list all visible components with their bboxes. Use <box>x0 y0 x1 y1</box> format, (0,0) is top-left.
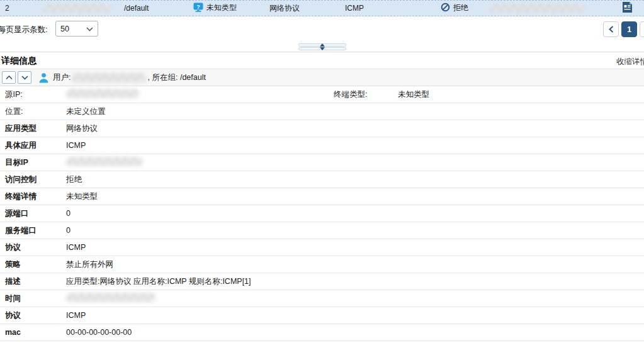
detail-row-policy: 策略 禁止所有外网 <box>0 256 644 273</box>
list-controls-bar: 每页显示条数: 50 1 <box>0 16 644 42</box>
detail-table: 源IP: 终端类型: 未知类型 位置: 未定义位置 应用类型 网络协议 具体应用… <box>0 86 644 341</box>
detail-row-access-control: 访问控制 拒绝 <box>0 171 644 188</box>
detail-value: 未知类型 <box>398 89 429 100</box>
panel-splitter <box>0 42 644 52</box>
svg-text:?: ? <box>196 4 200 10</box>
detail-value: 0 <box>66 226 71 235</box>
detail-value <box>66 157 143 168</box>
terminal-type-text: 未知类型 <box>206 3 237 12</box>
row-app-name: ICMP <box>345 4 364 13</box>
detail-value: ICMP <box>66 243 86 252</box>
next-record-button[interactable] <box>18 71 31 84</box>
detail-value: 0 <box>66 209 71 218</box>
row-action: 拒绝 <box>441 3 468 14</box>
detail-row-time: 时间 <box>0 290 644 307</box>
detail-row-location: 位置: 未定义位置 <box>0 103 644 120</box>
collapse-details-link[interactable]: 收缩详情 <box>616 57 644 67</box>
detail-value: 拒绝 <box>66 174 82 185</box>
group-value: /default <box>180 73 206 82</box>
detail-row-app-category: 应用类型 网络协议 <box>0 120 644 137</box>
detail-label: 终端详情 <box>5 191 37 202</box>
detail-label: 具体应用 <box>5 140 37 151</box>
group-label: 所在组: <box>152 72 178 83</box>
detail-value: 禁止所有外网 <box>66 259 113 270</box>
user-icon <box>38 72 49 83</box>
detail-value: 00-00-00-00-00-00 <box>66 328 132 337</box>
detail-row-source-port: 源端口 0 <box>0 205 644 222</box>
deny-icon <box>441 3 450 14</box>
row-group-path: /default <box>124 4 149 13</box>
detail-label: 源端口 <box>5 208 29 219</box>
detail-label: 应用类型 <box>5 123 37 134</box>
redacted-user-name <box>72 73 146 82</box>
detail-label: 访问控制 <box>5 174 37 185</box>
detail-section-header: 详细信息 收缩详情 <box>0 52 644 69</box>
row-terminal-type: ?未知类型 <box>193 3 237 14</box>
redacted-username <box>43 4 112 13</box>
redacted-target-ip <box>66 157 143 166</box>
detail-row-terminal-detail: 终端详情 未知类型 <box>0 188 644 205</box>
detail-label: 协议 <box>5 310 21 321</box>
detail-row-target-ip: 目标IP <box>0 154 644 171</box>
detail-row-mac: mac 00-00-00-00-00-00 <box>0 324 644 341</box>
detail-label: 源IP: <box>5 89 23 100</box>
prev-page-button[interactable] <box>603 21 619 37</box>
log-detail-page: 2 /default ?未知类型 网络协议 ICMP 拒绝 每页显示条数: 50… <box>0 0 644 350</box>
detail-value: ICMP <box>66 311 86 320</box>
detail-label: 策略 <box>5 259 21 270</box>
detail-row-app-name: 具体应用 ICMP <box>0 137 644 154</box>
redacted-timestamp <box>490 4 585 13</box>
pagination: 1 <box>603 21 644 37</box>
detail-label: mac <box>5 328 21 337</box>
log-table-selected-row[interactable]: 2 /default ?未知类型 网络协议 ICMP 拒绝 <box>0 0 644 16</box>
next-page-button[interactable] <box>640 21 644 37</box>
detail-row-service-port: 服务端口 0 <box>0 222 644 239</box>
detail-label: 终端类型: <box>334 89 367 100</box>
user-label: 用户: <box>53 72 71 83</box>
splitter-arrows-icon <box>320 43 325 50</box>
per-page-select[interactable]: 50 <box>55 21 98 37</box>
current-page-button[interactable]: 1 <box>621 21 637 37</box>
monitor-question-icon: ? <box>193 3 203 14</box>
detail-row-protocol2: 协议 ICMP <box>0 307 644 324</box>
detail-value: 未知类型 <box>66 191 98 202</box>
detail-row-description: 描述 应用类型:网络协议 应用名称:ICMP 规则名称:ICMP[1] <box>0 273 644 290</box>
detail-label: 时间 <box>5 293 21 304</box>
prev-record-button[interactable] <box>2 71 16 84</box>
detail-value: 网络协议 <box>66 123 98 134</box>
detail-row-source-ip: 源IP: 终端类型: 未知类型 <box>0 86 644 103</box>
detail-label: 描述 <box>5 276 21 287</box>
detail-value <box>66 293 155 304</box>
per-page-value: 50 <box>60 25 69 33</box>
user-info-bar: 用户: , 所在组: /default <box>0 69 644 86</box>
detail-value: 未定义位置 <box>66 106 106 117</box>
comma-separator: , <box>147 73 149 82</box>
row-app-category: 网络协议 <box>269 3 300 14</box>
action-text: 拒绝 <box>453 3 468 12</box>
section-title: 详细信息 <box>1 55 37 67</box>
detail-label: 位置: <box>5 106 23 117</box>
row-index: 2 <box>5 4 9 13</box>
chevron-down-icon <box>86 25 93 33</box>
detail-label: 目标IP <box>5 157 28 168</box>
redacted-source-ip <box>66 89 139 98</box>
splitter-drag-handle[interactable] <box>298 43 346 51</box>
redacted-time <box>66 293 155 302</box>
detail-value: ICMP <box>66 141 86 150</box>
detail-value: 应用类型:网络协议 应用名称:ICMP 规则名称:ICMP[1] <box>66 276 251 287</box>
detail-label: 服务端口 <box>5 225 37 236</box>
document-icon[interactable] <box>622 1 633 15</box>
per-page-label: 每页显示条数: <box>0 25 47 35</box>
detail-row-protocol: 协议 ICMP <box>0 239 644 256</box>
detail-label: 协议 <box>5 242 21 253</box>
detail-value <box>66 89 139 100</box>
